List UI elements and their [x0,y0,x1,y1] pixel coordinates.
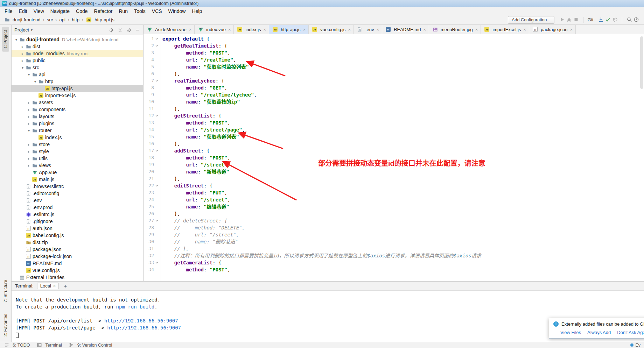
editor-tab-importexcel-js[interactable]: JSimportExcel.js× [481,25,529,34]
terminal-tab-local[interactable]: Local × [37,283,59,289]
tree-item-utils[interactable]: ▸utils [12,155,143,162]
tree-item-index-js[interactable]: JSindex.js [12,134,143,141]
editor-tab-menurouter-jpg[interactable]: menuRouter.jpg× [429,25,481,34]
settings-icon[interactable] [126,27,132,33]
editor-scrollbar[interactable] [640,36,643,89]
tree-item-views[interactable]: ▸views [12,162,143,169]
close-icon[interactable]: × [264,27,266,32]
locate-icon[interactable] [108,27,114,33]
menu-run[interactable]: Run [115,8,131,15]
tree-item-http[interactable]: ▾http [12,78,143,85]
chevron-right-icon[interactable]: ▸ [20,52,25,56]
notification-action-don-t-ask-agai[interactable]: Don't Ask Agai [617,330,644,335]
tree-item-style[interactable]: ▸style [12,148,143,155]
breadcrumb-item-src[interactable]: src [46,17,54,23]
close-icon[interactable]: × [570,27,573,32]
close-icon[interactable]: × [475,27,478,32]
tree-item-readme-md[interactable]: MREADME.md [12,260,143,267]
terminal-link[interactable]: http://192.168.66.56:9007 [104,318,178,324]
editor-tab-index-vue[interactable]: index.vue× [195,25,234,34]
tree-item-api[interactable]: ▾api [12,71,143,78]
chevron-right-icon[interactable]: ▸ [26,101,31,105]
tree-item-babel-config-js[interactable]: JSbabel.config.js [12,232,143,239]
editor-tab-http-api-js[interactable]: JShttp-api.js× [269,25,309,34]
debug-button[interactable] [566,16,573,23]
git-commit-button[interactable] [604,16,611,23]
menu-code[interactable]: Code [73,8,91,15]
new-terminal-button[interactable]: + [62,283,68,289]
breadcrumb-item-api[interactable]: api [58,17,66,23]
tree-item-dist-zip[interactable]: dist.zip [12,239,143,246]
chevron-right-icon[interactable]: ▸ [20,59,25,63]
menu-window[interactable]: Window [165,8,189,15]
tree-item-node-modules[interactable]: ▸node_moduleslibrary root [12,50,143,57]
chevron-down-icon[interactable]: ▾ [14,38,19,42]
terminal-link[interactable]: http://192.168.66.56:9007 [107,325,181,331]
tree-item-browserslistrc[interactable]: .browserslistrc [12,183,143,190]
tool-tab-1-project[interactable]: 1: Project [2,27,9,52]
chevron-down-icon[interactable]: ▾ [31,28,33,32]
tree-item-package-lock-json[interactable]: {}package-lock.json [12,253,143,260]
chevron-right-icon[interactable]: ▸ [20,45,25,49]
breadcrumb-item-duoji-frontend[interactable]: duoji-frontend [3,17,42,23]
chevron-right-icon[interactable]: ▸ [26,115,31,119]
close-icon[interactable]: × [189,27,192,32]
close-icon[interactable]: × [228,27,231,32]
notification-action-always-add[interactable]: Always Add [587,330,611,335]
tree-item-store[interactable]: ▸store [12,141,143,148]
tree-item-vue-config-js[interactable]: JSvue.config.js [12,267,143,274]
editor-tab-index-js[interactable]: JSindex.js× [234,25,269,34]
tree-item-public[interactable]: ▸public [12,57,143,64]
collapse-icon[interactable] [117,27,123,33]
chevron-right-icon[interactable]: ▸ [26,122,31,126]
editor-tab-package-json[interactable]: {}package.json× [529,25,576,34]
menu-view[interactable]: View [30,8,47,15]
menu-file[interactable]: File [1,8,16,15]
chevron-right-icon[interactable]: ▸ [26,164,31,168]
chevron-down-icon[interactable]: ▾ [26,73,31,77]
menu-tools[interactable]: Tools [131,8,149,15]
status-terminal[interactable]: Terminal [36,342,62,348]
status-event-log[interactable]: Ev [630,343,640,348]
close-icon[interactable]: × [377,27,379,32]
breadcrumb-item-http[interactable]: http [71,17,80,23]
close-icon[interactable]: × [348,27,351,32]
tree-item-components[interactable]: ▸components [12,106,143,113]
tree-item-env[interactable]: .env [12,197,143,204]
menu-help[interactable]: Help [189,8,205,15]
code-editor[interactable]: 1export default {2 getRealTimeList: {3 m… [144,34,644,281]
status-6-todo[interactable]: 6: TODO [4,342,30,348]
tree-item-src[interactable]: ▾src [12,64,143,71]
notification-action-view-files[interactable]: View Files [560,330,581,335]
git-update-button[interactable] [597,16,604,23]
tree-item-eslintrc-js[interactable]: .eslintrc.js [12,211,143,218]
tree-item-router[interactable]: ▾router [12,127,143,134]
tree-item-external-libraries[interactable]: External Libraries [12,274,143,281]
stop-button[interactable] [573,16,580,23]
tree-item-main-js[interactable]: JSmain.js [12,176,143,183]
tree-item-duoji-frontend[interactable]: ▾duoji-frontendD:\zheheWeb\duoji-fronten… [12,36,143,43]
tree-item-app-vue[interactable]: App.vue [12,169,143,176]
chevron-down-icon[interactable]: ▾ [20,66,25,70]
add-configuration-button[interactable]: Add Configuration... [508,16,554,24]
tree-item-editorconfig[interactable]: .editorconfig [12,190,143,197]
git-revert-button[interactable] [611,16,618,23]
tree-item-dist[interactable]: ▸dist [12,43,143,50]
menu-edit[interactable]: Edit [16,8,30,15]
close-icon[interactable]: × [423,27,426,32]
close-icon[interactable]: × [523,27,526,32]
editor-tab-env[interactable]: .env× [354,25,382,34]
tree-item-http-api-js[interactable]: JShttp-api.js [12,85,143,92]
tree-item-env-prod[interactable]: .env.prod [12,204,143,211]
status-9-version-control[interactable]: 9: Version Control [68,342,112,348]
search-button[interactable] [626,16,633,23]
tree-item-layouts[interactable]: ▸layouts [12,113,143,120]
menu-navigate[interactable]: Navigate [47,8,73,15]
tree-item-plugins[interactable]: ▸plugins [12,120,143,127]
run-button[interactable] [559,16,566,23]
menu-vcs[interactable]: VCS [149,8,165,15]
tree-item-gitignore[interactable]: .gitignore [12,218,143,225]
chevron-down-icon[interactable]: ▾ [33,80,38,84]
chevron-right-icon[interactable]: ▸ [26,108,31,112]
editor-tab-readme-md[interactable]: MREADME.md× [382,25,429,34]
